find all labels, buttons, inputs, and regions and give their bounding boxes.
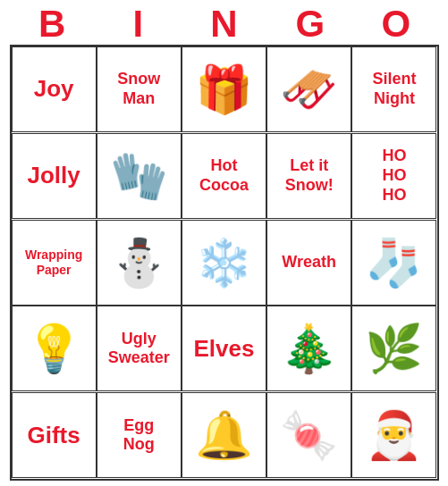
grid-cell-13: Wreath (266, 220, 351, 306)
cell-text-7: Hot Cocoa (199, 156, 249, 195)
header-letter-g: G (267, 5, 353, 43)
grid-cell-14: 🧦 (351, 220, 436, 306)
bingo-header: BINGO (0, 0, 448, 45)
cell-emoji-14: 🧦 (365, 239, 423, 286)
header-letter-i: I (95, 5, 181, 43)
grid-cell-10: Wrapping Paper (12, 220, 97, 306)
grid-cell-3: 🛷 (266, 46, 351, 132)
cell-emoji-24: 🎅 (365, 412, 423, 458)
header-letter-b: B (9, 5, 95, 43)
cell-emoji-2: 🎁 (195, 66, 253, 113)
cell-emoji-6: 🧤 (110, 153, 168, 199)
grid-cell-12: ❄️ (182, 220, 266, 306)
grid-cell-17: Elves (182, 306, 266, 391)
cell-text-9: HO HO HO (382, 147, 406, 205)
grid-cell-22: 🔔 (182, 392, 266, 478)
grid-cell-16: Ugly Sweater (97, 306, 182, 391)
grid-cell-4: Silent Night (351, 46, 436, 132)
cell-text-16: Ugly Sweater (108, 330, 170, 368)
grid-cell-23: 🍬 (266, 392, 351, 478)
grid-cell-15: 💡 (12, 306, 97, 391)
grid-cell-0: Joy (12, 46, 97, 132)
grid-cell-8: Let it Snow! (266, 133, 351, 219)
cell-text-21: Egg Nog (123, 416, 155, 455)
grid-cell-21: Egg Nog (97, 392, 182, 478)
grid-cell-5: Jolly (12, 133, 97, 219)
cell-text-1: Snow Man (117, 70, 160, 108)
cell-text-20: Gifts (27, 422, 80, 449)
cell-emoji-3: 🛷 (280, 66, 338, 113)
cell-text-17: Elves (194, 335, 255, 363)
grid-cell-2: 🎁 (182, 46, 266, 132)
cell-emoji-22: 🔔 (195, 412, 253, 458)
cell-emoji-11: ⛄ (110, 239, 168, 286)
grid-cell-11: ⛄ (97, 220, 182, 306)
grid-cell-24: 🎅 (351, 392, 436, 478)
cell-text-8: Let it Snow! (285, 156, 334, 195)
cell-emoji-19: 🌿 (365, 325, 423, 372)
cell-emoji-18: 🎄 (280, 325, 338, 372)
bingo-grid: JoySnow Man🎁🛷Silent NightJolly🧤Hot Cocoa… (10, 45, 439, 481)
grid-cell-20: Gifts (12, 392, 97, 478)
cell-emoji-12: ❄️ (195, 239, 253, 286)
header-letter-n: N (181, 5, 266, 43)
cell-text-5: Jolly (27, 162, 80, 189)
header-letter-o: O (353, 5, 439, 43)
cell-text-10: Wrapping Paper (25, 247, 82, 278)
cell-text-0: Joy (34, 75, 74, 103)
grid-cell-18: 🎄 (266, 306, 351, 391)
grid-cell-19: 🌿 (351, 306, 436, 391)
cell-text-13: Wreath (282, 253, 336, 272)
grid-cell-6: 🧤 (97, 133, 182, 219)
grid-cell-9: HO HO HO (351, 133, 436, 219)
grid-cell-1: Snow Man (97, 46, 182, 132)
cell-emoji-23: 🍬 (280, 412, 338, 458)
grid-cell-7: Hot Cocoa (182, 133, 266, 219)
cell-emoji-15: 💡 (25, 325, 83, 372)
cell-text-4: Silent Night (372, 70, 416, 108)
